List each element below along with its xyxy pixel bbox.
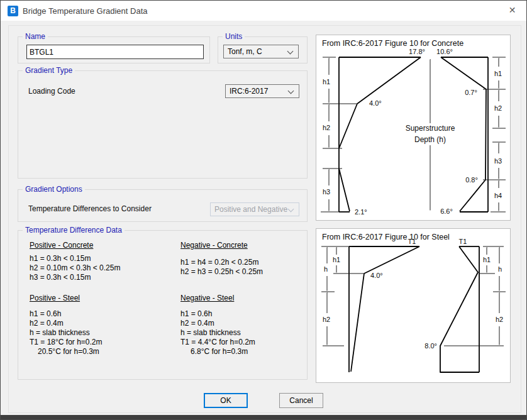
steel-right-ticks — [444, 246, 506, 346]
negative-steel-heading: Negative - Steel — [180, 294, 234, 302]
units-group-label: Units — [223, 32, 245, 41]
temp-10-6: 10.6° — [436, 48, 453, 55]
steel-left-ticks — [321, 246, 363, 346]
app-icon: B — [8, 6, 18, 16]
steel-dim-left-h1: h1 — [333, 256, 340, 263]
cancel-button[interactable]: Cancel — [279, 393, 323, 408]
concrete-dim-right-h4: h4 — [494, 192, 502, 199]
positive-steel-heading: Positive - Steel — [30, 294, 80, 302]
concrete-dim-right-h1: h1 — [494, 70, 502, 77]
units-select[interactable]: Tonf, m, C — [223, 45, 299, 58]
positive-concrete-heading: Positive - Concrete — [30, 241, 93, 250]
temperature-differences-label: Temperature Differences to Consider — [28, 204, 152, 213]
temp-0-8: 0.8° — [465, 176, 478, 184]
name-group-label: Name — [23, 32, 48, 41]
temperature-difference-data-group: Temperature Difference Data Positive - C… — [18, 230, 308, 380]
concrete-dim-right-h2: h2 — [494, 104, 502, 112]
temp-4-0: 4.0° — [369, 99, 382, 107]
concrete-negative-gradient-line — [441, 57, 486, 211]
temp-2-1: 2.1° — [355, 208, 367, 216]
gradient-type-group-label: Gradient Type — [23, 66, 75, 75]
negative-steel-line: h2 = 0.4m — [180, 319, 214, 328]
chevron-down-icon — [288, 206, 294, 213]
concrete-right-ticks — [483, 57, 506, 212]
temperature-differences-selected-value: Positive and Negative — [214, 205, 287, 214]
loading-code-selected-value: IRC:6-2017 — [230, 87, 268, 96]
steel-negative-gradient-line — [440, 246, 479, 372]
steel-dim-right-h1: h1 — [483, 256, 491, 263]
title-bar: B Bridge Temperature Gradient Data ✕ — [1, 1, 526, 21]
dialog-title: Bridge Temperature Gradient Data — [23, 6, 147, 16]
negative-steel-line: h1 = 0.6h — [180, 309, 212, 318]
concrete-dim-left-h1: h1 — [323, 78, 330, 86]
concrete-dim-left-h3: h3 — [323, 188, 330, 196]
close-icon[interactable]: ✕ — [498, 1, 526, 20]
steel-dim-left-h: h — [324, 265, 328, 273]
depth-label: Depth (h) — [414, 135, 446, 144]
steel-temp-4-0: 4.0° — [370, 272, 383, 279]
temp-6-6: 6.6° — [440, 207, 453, 215]
loading-code-label: Loading Code — [28, 87, 75, 96]
negative-concrete-heading: Negative - Concrete — [180, 241, 248, 250]
ok-button[interactable]: OK — [204, 393, 248, 408]
chevron-down-icon — [288, 88, 294, 94]
steel-diagram: From IRC:6-2017 Figure 10 for Steel h1 h… — [316, 229, 510, 382]
name-group: Name — [18, 36, 210, 64]
positive-steel-line: 20.5°C for h=0.3m — [38, 347, 99, 356]
steel-t1-left: T1 — [408, 238, 416, 245]
concrete-dim-right-h3: h3 — [494, 157, 502, 165]
gradient-options-group-label: Gradient Options — [23, 185, 85, 194]
dialog-bridge-temperature-gradient: B Bridge Temperature Gradient Data ✕ Nam… — [0, 0, 527, 420]
temp-17-8: 17.8° — [409, 48, 425, 55]
name-input[interactable] — [26, 45, 204, 59]
units-selected-value: Tonf, m, C — [228, 47, 262, 56]
steel-temp-8-0: 8.0° — [424, 342, 437, 350]
gradient-options-group: Gradient Options Temperature Differences… — [18, 189, 308, 222]
units-group: Units Tonf, m, C — [218, 36, 308, 64]
positive-concrete-line: h1 = 0.3h < 0.15m — [30, 254, 91, 263]
gradient-type-group: Gradient Type Loading Code IRC:6-2017 — [18, 70, 308, 179]
positive-concrete-line: h3 = 0.3h < 0.15m — [30, 273, 91, 282]
steel-diagram-panel: From IRC:6-2017 Figure 10 for Steel h1 h… — [316, 228, 511, 383]
superstructure-label: Superstructure — [406, 124, 455, 133]
negative-concrete-line: h1 = h4 = 0.2h < 0.25m — [180, 258, 258, 267]
temperature-difference-data-label: Temperature Difference Data — [23, 226, 125, 235]
steel-positive-gradient-line — [351, 246, 419, 372]
steel-t1-right: T1 — [459, 238, 467, 245]
concrete-diagram: From IRC:6-2017 Figure 10 for Concrete h… — [316, 35, 510, 220]
chevron-down-icon — [287, 48, 294, 55]
positive-concrete-line: h2 = 0.10m < 0.3h < 0.25m — [30, 263, 120, 272]
steel-dim-right-h2: h2 — [496, 316, 503, 323]
negative-steel-line: 6.8°C for h=0.3m — [191, 347, 248, 356]
positive-steel-line: h1 = 0.6h — [30, 309, 61, 318]
temperature-differences-select[interactable]: Positive and Negative — [210, 202, 299, 216]
concrete-positive-bottom-leg — [339, 169, 350, 211]
concrete-diagram-panel: From IRC:6-2017 Figure 10 for Concrete h… — [316, 35, 511, 221]
window-bottom-edge — [1, 415, 526, 419]
concrete-diagram-title: From IRC:6-2017 Figure 10 for Concrete — [322, 39, 463, 48]
steel-dim-right-h: h — [498, 265, 502, 273]
positive-steel-line: T1 = 18°C for h=0.2m — [30, 338, 103, 346]
steel-dim-left-h2: h2 — [323, 316, 330, 323]
steel-diagram-title: From IRC:6-2017 Figure 10 for Steel — [322, 233, 450, 241]
positive-steel-line: h = slab thickness — [30, 328, 90, 337]
loading-code-select[interactable]: IRC:6-2017 — [225, 84, 299, 98]
negative-steel-line: h = slab thickness — [180, 328, 241, 337]
positive-steel-line: h2 = 0.4m — [30, 319, 64, 328]
negative-concrete-line: h2 = h3 = 0.25h < 0.25m — [180, 267, 263, 276]
concrete-dim-left-h2: h2 — [323, 124, 330, 131]
temp-0-7: 0.7° — [465, 89, 477, 96]
negative-steel-line: T1 = 4.4°C for h=0.2m — [180, 338, 255, 346]
